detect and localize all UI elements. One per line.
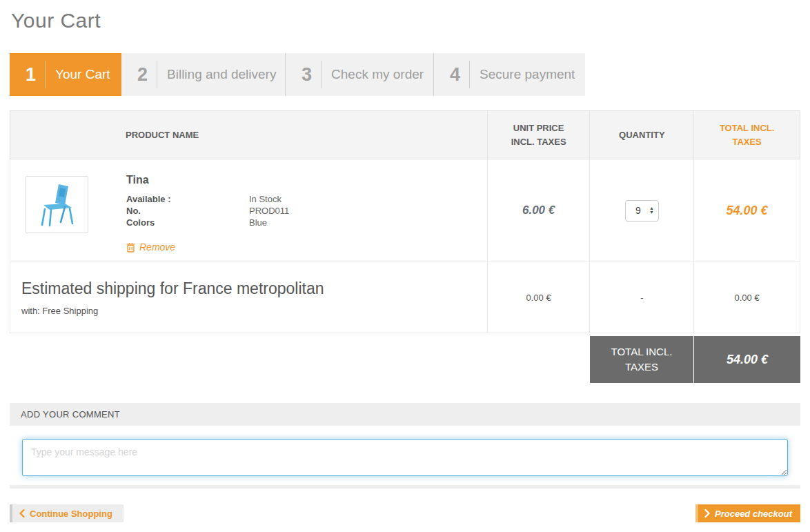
- shipping-title: Estimated shipping for France metropolit…: [21, 279, 324, 298]
- comment-section-title: ADD YOUR COMMENT: [10, 403, 800, 426]
- shipping-unit-price: 0.00 €: [526, 293, 551, 303]
- comment-input[interactable]: [22, 439, 788, 476]
- step-divider: [157, 61, 157, 88]
- chevron-left-icon: [19, 509, 25, 518]
- continue-shopping-button[interactable]: Continue Shopping: [10, 504, 124, 522]
- step-label: Your Cart: [55, 67, 110, 82]
- attr-value-colors: Blue: [249, 217, 267, 228]
- attr-value-number: PROD011: [249, 205, 289, 217]
- attr-label-number: No.: [126, 205, 249, 217]
- step-divider: [321, 61, 322, 88]
- chevron-right-icon: [704, 509, 710, 518]
- step-divider: [45, 61, 46, 88]
- totals-value: 54.00 €: [694, 336, 800, 383]
- header-quantity: QUANTITY: [589, 111, 693, 159]
- step-number: 3: [302, 64, 312, 86]
- product-total-price: 54.00 €: [727, 204, 768, 218]
- cart-table: PRODUCT NAME UNIT PRICE INCL. TAXES QUAN…: [10, 110, 800, 383]
- shipping-carrier: with: Free Shipping: [21, 306, 98, 316]
- step-tab-secure-payment[interactable]: 4 Secure payment: [433, 53, 585, 96]
- step-label: Billing and delivery: [167, 67, 276, 82]
- table-row-shipping: Estimated shipping for France metropolit…: [10, 262, 800, 333]
- header-unit-price: UNIT PRICE INCL. TAXES: [487, 111, 590, 159]
- product-unit-price: 6.00 €: [522, 204, 555, 217]
- proceed-checkout-label: Proceed checkout: [715, 509, 792, 519]
- product-name: Tina: [126, 174, 289, 186]
- shipping-total: 0.00 €: [735, 293, 760, 303]
- cart-table-header: PRODUCT NAME UNIT PRICE INCL. TAXES QUAN…: [10, 110, 800, 159]
- comment-section: ADD YOUR COMMENT: [10, 403, 800, 489]
- step-tab-check-order[interactable]: 3 Check my order: [285, 53, 433, 96]
- step-tab-your-cart[interactable]: 1 Your Cart: [10, 53, 121, 96]
- page-title: Your Cart: [10, 0, 800, 32]
- quantity-down-icon[interactable]: ▼: [649, 210, 654, 215]
- attr-value-available: In Stock: [249, 193, 281, 205]
- cart-actions: Continue Shopping Proceed checkout: [10, 504, 800, 522]
- step-label: Check my order: [331, 67, 424, 82]
- shipping-quantity: -: [640, 293, 643, 303]
- chair-image: [32, 182, 82, 228]
- proceed-checkout-button[interactable]: Proceed checkout: [695, 504, 800, 522]
- product-image[interactable]: [26, 176, 88, 233]
- checkout-steps: 1 Your Cart 2 Billing and delivery 3 Che…: [10, 53, 800, 96]
- step-divider: [469, 61, 470, 88]
- step-label: Secure payment: [480, 67, 575, 82]
- header-product-name: PRODUCT NAME: [10, 111, 487, 159]
- attr-label-available: Available :: [126, 193, 249, 205]
- quantity-stepper[interactable]: 9 ▲ ▼: [625, 200, 659, 221]
- cart-totals: TOTAL INCL. TAXES 54.00 €: [10, 336, 800, 383]
- step-number: 2: [137, 64, 148, 86]
- continue-shopping-label: Continue Shopping: [30, 509, 112, 519]
- quantity-value: 9: [626, 205, 649, 216]
- remove-label: Remove: [139, 242, 175, 253]
- attr-label-colors: Colors: [126, 217, 249, 228]
- step-number: 1: [26, 64, 36, 86]
- trash-icon: [126, 242, 135, 253]
- step-number: 4: [450, 64, 460, 86]
- step-tab-billing-delivery[interactable]: 2 Billing and delivery: [121, 53, 285, 96]
- remove-product-link[interactable]: Remove: [126, 242, 175, 253]
- totals-label: TOTAL INCL. TAXES: [590, 336, 693, 383]
- table-row-product: Tina Available : In Stock No. PROD011 Co…: [10, 159, 800, 262]
- header-total: TOTAL INCL. TAXES: [693, 111, 800, 159]
